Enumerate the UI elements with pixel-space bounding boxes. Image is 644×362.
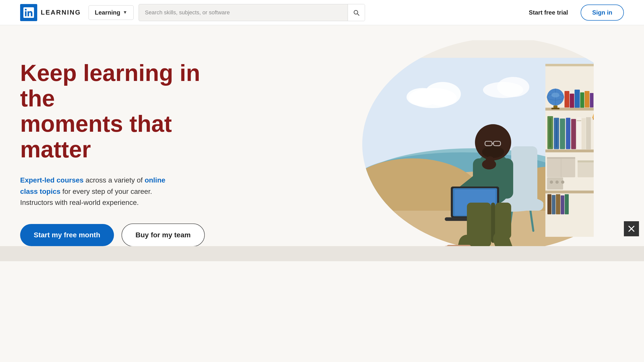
hero-illustration bbox=[272, 40, 644, 247]
svg-rect-56 bbox=[578, 160, 594, 162]
svg-rect-63 bbox=[547, 194, 551, 214]
nav-right: Start free trial Sign in bbox=[529, 5, 624, 21]
hero-buttons: Start my free month Buy for my team bbox=[20, 223, 205, 247]
hero-section: Keep learning in the moments that matter… bbox=[0, 25, 644, 247]
svg-rect-30 bbox=[590, 93, 593, 108]
close-icon-area[interactable] bbox=[624, 221, 639, 236]
svg-rect-59 bbox=[547, 177, 563, 190]
logo-link[interactable]: LEARNING bbox=[20, 4, 81, 21]
bottom-bar bbox=[0, 246, 644, 261]
svg-rect-75 bbox=[511, 146, 537, 205]
svg-point-62 bbox=[561, 180, 564, 184]
svg-point-61 bbox=[555, 180, 559, 184]
svg-rect-42 bbox=[556, 120, 557, 147]
search-bar bbox=[139, 4, 365, 21]
linkedin-icon bbox=[20, 4, 37, 21]
svg-rect-66 bbox=[561, 195, 564, 214]
svg-rect-15 bbox=[545, 64, 594, 66]
search-input[interactable] bbox=[139, 9, 348, 16]
buy-for-team-button[interactable]: Buy for my team bbox=[122, 223, 205, 247]
svg-point-60 bbox=[550, 180, 553, 184]
navbar: LEARNING Learning ▼ Start free trial Sig… bbox=[0, 0, 644, 25]
svg-rect-44 bbox=[566, 118, 571, 149]
svg-rect-26 bbox=[570, 94, 574, 108]
svg-rect-23 bbox=[553, 106, 557, 108]
start-free-month-button[interactable]: Start my free month bbox=[20, 224, 114, 246]
svg-rect-51 bbox=[593, 118, 594, 120]
svg-point-5 bbox=[407, 88, 439, 106]
svg-rect-65 bbox=[556, 194, 560, 214]
hero-content: Keep learning in the moments that matter… bbox=[20, 50, 205, 247]
hero-svg bbox=[292, 40, 594, 247]
svg-rect-40 bbox=[549, 118, 551, 147]
svg-point-7 bbox=[497, 77, 529, 97]
svg-rect-24 bbox=[551, 108, 559, 109]
svg-rect-43 bbox=[560, 119, 565, 149]
learning-dropdown[interactable]: Learning ▼ bbox=[89, 5, 134, 20]
chevron-down-icon: ▼ bbox=[123, 10, 127, 15]
svg-rect-18 bbox=[545, 191, 594, 193]
svg-rect-46 bbox=[577, 117, 581, 149]
svg-rect-48 bbox=[582, 118, 586, 150]
hero-title: Keep learning in the moments that matter bbox=[20, 60, 205, 162]
svg-rect-47 bbox=[577, 120, 581, 121]
svg-point-86 bbox=[486, 156, 494, 165]
svg-rect-28 bbox=[580, 93, 584, 108]
svg-rect-17 bbox=[545, 150, 594, 152]
svg-rect-25 bbox=[565, 91, 569, 108]
svg-point-22 bbox=[551, 93, 559, 97]
sign-in-button[interactable]: Sign in bbox=[581, 5, 624, 21]
learning-dropdown-label: Learning bbox=[95, 9, 120, 16]
svg-rect-45 bbox=[571, 119, 576, 149]
svg-point-84 bbox=[482, 146, 504, 158]
search-icon bbox=[352, 9, 360, 16]
close-icon bbox=[628, 225, 635, 233]
search-button[interactable] bbox=[348, 4, 365, 21]
svg-rect-55 bbox=[578, 160, 594, 177]
svg-rect-64 bbox=[552, 195, 555, 214]
expert-led-courses-highlight: Expert-led courses bbox=[20, 176, 84, 184]
svg-rect-67 bbox=[565, 194, 569, 214]
logo-text: LEARNING bbox=[41, 9, 81, 16]
svg-rect-53 bbox=[547, 157, 575, 159]
svg-rect-27 bbox=[575, 89, 580, 108]
svg-rect-29 bbox=[585, 91, 589, 108]
start-free-trial-link[interactable]: Start free trial bbox=[529, 9, 568, 16]
hero-description: Expert-led courses across a variety of o… bbox=[20, 175, 181, 208]
svg-rect-49 bbox=[586, 117, 591, 149]
